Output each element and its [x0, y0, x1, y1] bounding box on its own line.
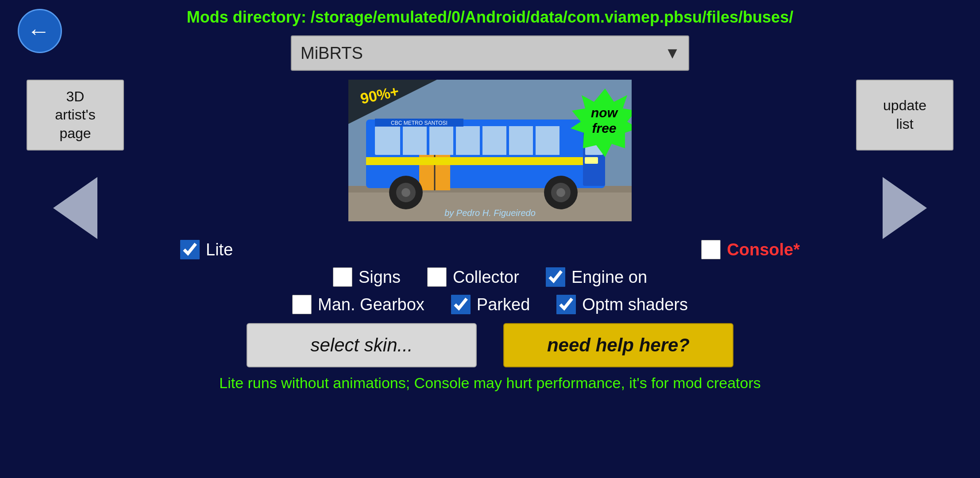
back-arrow-icon: ←	[27, 19, 50, 42]
artist-page-button[interactable]: 3D artist's page	[27, 80, 124, 150]
bus-scene-image: CBC METRO SANTOSI 90%+ now free by Pedro…	[348, 80, 632, 221]
main-area: 3D artist's page update list	[0, 80, 980, 392]
left-panel: 3D artist's page	[27, 80, 124, 239]
bus-image-wrapper: CBC METRO SANTOSI 90%+ now free by Pedro…	[348, 80, 632, 223]
parked-label: Parked	[477, 295, 530, 314]
svg-text:free: free	[592, 121, 616, 135]
collector-checkbox[interactable]	[427, 267, 447, 287]
mod-dropdown[interactable]: MiBRTS	[291, 35, 689, 71]
need-help-button[interactable]: need help here?	[503, 323, 733, 367]
man-gearbox-checkbox-item[interactable]: Man. Gearbox	[292, 295, 424, 314]
signs-checkbox-item[interactable]: Signs	[333, 267, 401, 287]
top-bar: Mods directory: /storage/emulated/0/Andr…	[0, 0, 980, 31]
svg-point-23	[556, 188, 565, 197]
man-gearbox-label: Man. Gearbox	[318, 295, 424, 314]
svg-rect-16	[366, 157, 583, 165]
signs-checkbox[interactable]	[333, 267, 352, 287]
engine-on-checkbox[interactable]	[546, 267, 565, 287]
optm-shaders-checkbox-item[interactable]: Optm shaders	[556, 295, 688, 314]
console-checkbox-item[interactable]: Console*	[701, 240, 800, 259]
collector-label: Collector	[453, 268, 519, 287]
footer-text: Lite runs without animations; Console ma…	[180, 374, 800, 392]
svg-text:now: now	[591, 105, 618, 120]
svg-point-20	[401, 188, 410, 197]
mods-directory-text: Mods directory: /storage/emulated/0/Andr…	[187, 8, 793, 26]
console-checkbox[interactable]	[701, 240, 721, 259]
prev-arrow-button[interactable]	[53, 177, 97, 239]
engine-on-label: Engine on	[571, 268, 647, 287]
options-row-2: Signs Collector Engine on	[180, 267, 800, 287]
svg-rect-17	[585, 157, 598, 164]
buttons-row: select skin... need help here?	[180, 323, 800, 367]
options-row-1: Lite Console*	[180, 240, 800, 259]
optm-shaders-checkbox[interactable]	[556, 295, 576, 314]
parked-checkbox[interactable]	[451, 295, 471, 314]
lite-label: Lite	[206, 240, 233, 259]
signs-label: Signs	[359, 268, 401, 287]
svg-text:CBC METRO SANTOSI: CBC METRO SANTOSI	[391, 120, 448, 126]
console-label: Console*	[727, 240, 800, 259]
optm-shaders-label: Optm shaders	[582, 295, 688, 314]
options-row-3: Man. Gearbox Parked Optm shaders	[180, 295, 800, 314]
engine-on-checkbox-item[interactable]: Engine on	[546, 267, 647, 287]
mod-dropdown-row: MiBRTS ▼	[0, 35, 980, 71]
back-button[interactable]: ←	[18, 9, 62, 53]
svg-text:by Pedro H. Figueiredo: by Pedro H. Figueiredo	[444, 208, 536, 218]
options-area: Lite Console* Signs	[180, 232, 800, 392]
collector-checkbox-item[interactable]: Collector	[427, 267, 519, 287]
next-arrow-button[interactable]	[883, 177, 927, 239]
center-panel: CBC METRO SANTOSI 90%+ now free by Pedro…	[180, 80, 800, 392]
select-skin-button[interactable]: select skin...	[247, 323, 477, 367]
mod-dropdown-wrapper: MiBRTS ▼	[291, 35, 689, 71]
man-gearbox-checkbox[interactable]	[292, 295, 312, 314]
parked-checkbox-item[interactable]: Parked	[451, 295, 530, 314]
lite-checkbox[interactable]	[180, 240, 200, 259]
update-list-button[interactable]: update list	[856, 80, 953, 150]
right-panel: update list	[856, 80, 953, 239]
lite-checkbox-item[interactable]: Lite	[180, 240, 233, 259]
